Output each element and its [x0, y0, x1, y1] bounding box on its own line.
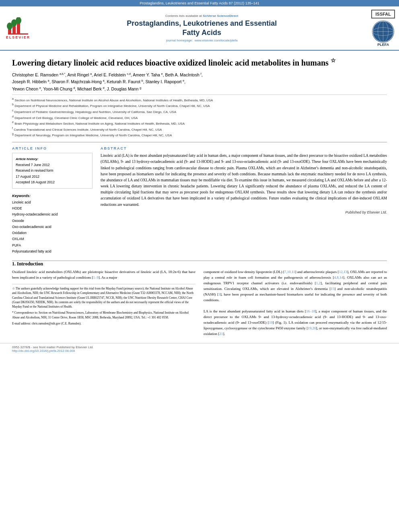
doi-line[interactable]: http://dx.doi.org/10.1016/j.plefa.2012.0…: [12, 349, 387, 353]
body-section: 1. Introduction Oxidized linoleic acid m…: [0, 261, 399, 341]
keyword-3: Hydroxy-octadecadienoic acid: [12, 212, 93, 218]
received-date: Received 7 June 2012: [16, 162, 89, 168]
svg-rect-2: [17, 23, 20, 34]
affiliation-a: a Section on Nutritional Neurosciences, …: [12, 97, 387, 103]
authors-line: Christopher E. Ramsden a,b,*, Amit Ringe…: [12, 72, 387, 92]
article-info-heading: ARTICLE INFO: [12, 146, 93, 150]
keywords-label: Keywords:: [12, 193, 93, 199]
section-divider: [12, 142, 387, 142]
article-right-col: ABSTRACT Linoleic acid (LA) is the most …: [101, 146, 387, 255]
affiliation-g: g Department of Neurology, Program on In…: [12, 132, 387, 138]
journal-volume-text: Prostaglandins, Leukotrienes and Essenti…: [140, 1, 259, 5]
intro-text-right: component of oxidized low-density lipopr…: [204, 269, 387, 337]
globe-icon: [372, 21, 394, 43]
keyword-5: Oxo-octadecadienoic acid: [12, 224, 93, 230]
intro-two-col: Oxidized linoleic acid metabolites (OXLA…: [12, 269, 387, 337]
keyword-2: HODE: [12, 205, 93, 212]
keyword-7: OXLAM: [12, 236, 93, 242]
accepted-date: Accepted 18 August 2012: [16, 179, 89, 185]
svg-rect-1: [12, 26, 16, 34]
intro-heading: 1. Introduction: [12, 261, 387, 267]
keyword-1: Linoleic acid: [12, 199, 93, 205]
issfal-badge: ISSFAL: [371, 10, 395, 18]
authors-text: Christopher E. Ramsden a,b,*, Amit Ringe…: [12, 72, 203, 91]
keyword-4: Oxoode: [12, 218, 93, 224]
journal-header: ELSEVIER Contents lists available at Sci…: [0, 6, 399, 51]
issn-line: 0952-3278/$ - see front matter Published…: [12, 345, 387, 349]
history-label: Article history:: [16, 156, 89, 162]
revised-label: Received in revised form: [16, 168, 89, 173]
revised-date: 17 August 2012: [16, 174, 89, 179]
affiliations: a Section on Nutritional Neurosciences, …: [12, 94, 387, 138]
plefa-globe: [372, 21, 394, 43]
affiliation-f: f Carolina Translational and Clinical Sc…: [12, 126, 387, 132]
published-line: Published by Elsevier Ltd.: [101, 210, 387, 214]
footnote-email: E-mail address: chris.ramsden@nih.gov (C…: [12, 321, 195, 326]
journal-title: Prostaglandins, Leukotrienes and Essenti…: [36, 19, 367, 38]
elsevier-label: ELSEVIER: [6, 35, 31, 39]
affiliation-e: e Brain Physiology and Metabolism Sectio…: [12, 120, 387, 126]
keywords-box: Keywords: Linoleic acid HODE Hydroxy-oct…: [12, 193, 93, 255]
keyword-8: PUFA: [12, 242, 93, 249]
keyword-6: Oxidation: [12, 230, 93, 236]
intro-right: component of oxidized low-density lipopr…: [204, 269, 387, 337]
elsevier-icon: [6, 17, 30, 35]
article-left-col: ARTICLE INFO Article history: Received 7…: [12, 146, 93, 255]
article-history-box: Article history: Received 7 June 2012 Re…: [12, 153, 93, 189]
article-title: Lowering dietary linoleic acid reduces b…: [12, 57, 387, 68]
footnote-star: ☆ The authors gratefully acknowledge fun…: [12, 286, 195, 309]
plefa-label: PLEFA: [377, 43, 389, 47]
journal-info-center: Contents lists available at SciVerse Sci…: [36, 14, 367, 43]
title-star: ☆: [331, 58, 336, 64]
svg-rect-6: [8, 33, 28, 35]
main-content: Lowering dietary linoleic acid reduces b…: [0, 51, 399, 261]
journal-volume-bar: Prostaglandins, Leukotrienes and Essenti…: [0, 0, 399, 6]
sciverse-link[interactable]: SciVerse ScienceDirect: [203, 14, 239, 18]
footnote-correspondence: * Correspondence to: Section on Nutritio…: [12, 310, 195, 320]
intro-left: Oxidized linoleic acid metabolites (OXLA…: [12, 269, 195, 337]
keyword-9: Polyunsaturated fatty acid: [12, 249, 93, 255]
homepage-url[interactable]: www.elsevier.com/locate/plefa: [195, 39, 238, 42]
footnote-box: ☆ The authors gratefully acknowledge fun…: [12, 284, 195, 326]
journal-homepage: journal homepage: www.elsevier.com/locat…: [36, 39, 367, 42]
article-body: ARTICLE INFO Article history: Received 7…: [12, 146, 387, 255]
bottom-info: 0952-3278/$ - see front matter Published…: [0, 343, 399, 355]
elsevier-logo: ELSEVIER: [4, 17, 32, 39]
sciverse-line: Contents lists available at SciVerse Sci…: [36, 14, 367, 18]
intro-text-left: Oxidized linoleic acid metabolites (OXLA…: [12, 269, 195, 281]
affiliation-b: b Department of Physical Medicine and Re…: [12, 103, 387, 109]
abstract-heading: ABSTRACT: [101, 146, 387, 150]
affiliation-c: c Department of Pediatric Gastroenterolo…: [12, 109, 387, 115]
abstract-text: Linoleic acid (LA) is the most abundant …: [101, 153, 387, 208]
affiliation-d: d Department of Cell Biology, Cleveland …: [12, 115, 387, 121]
logos-right: ISSFAL PLEFA: [371, 10, 395, 47]
